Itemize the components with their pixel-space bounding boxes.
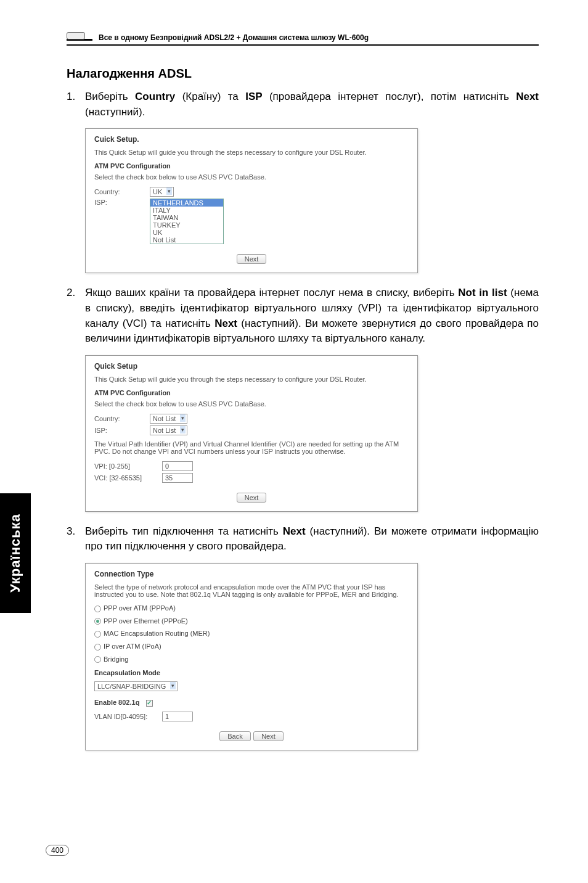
encap-select[interactable]: LLC/SNAP-BRIDGING (94, 681, 178, 691)
enable-checkbox[interactable] (146, 700, 153, 707)
encap-label: Encapsulation Mode (94, 669, 409, 676)
t-bold: Country (135, 91, 175, 102)
t-bold: Next (283, 525, 306, 537)
radio-label: PPP over ATM (PPPoA) (104, 604, 176, 612)
scr2-subhead: ATM PVC Configuration (94, 389, 409, 396)
vpi-input[interactable]: 0 (162, 461, 193, 471)
scr2-vpi-row: VPI: [0-255] 0 (94, 461, 409, 471)
screenshot-2: Quick Setup This Quick Setup will guide … (85, 355, 418, 512)
t: Якщо ваших країни та провайдера інтернет… (85, 287, 458, 298)
isp-option[interactable]: TURKEY (150, 221, 223, 229)
t: Виберіть тип підключення та натисніть (85, 525, 283, 537)
page-content: Налагодження ADSL 1. Виберіть Country (К… (67, 67, 539, 763)
step-2: 2. Якщо ваших країни та провайдера інтер… (67, 285, 539, 347)
scr1-isp-row: ISP: NETHERLANDS ITALY TAIWAN TURKEY UK … (94, 199, 409, 244)
scr3-btn-row: Back Next (94, 730, 409, 741)
step-number: 3. (67, 524, 85, 554)
country-label: Country: (94, 188, 150, 195)
scr1-select-text: Select the check box below to use ASUS P… (94, 173, 409, 181)
scr2-country-row: Country: Not List (94, 414, 409, 424)
vci-input[interactable]: 35 (162, 473, 193, 483)
back-button[interactable]: Back (219, 731, 250, 741)
step-1: 1. Виберіть Country (Країну) та ISP (про… (67, 89, 539, 120)
t-bold: Next (214, 318, 237, 329)
section-title: Налагодження ADSL (67, 67, 539, 81)
step-number: 1. (67, 89, 85, 120)
t: (наступний). (85, 106, 145, 118)
next-button[interactable]: Next (253, 731, 284, 741)
t-bold: ISP (245, 91, 262, 102)
scr2-desc: This Quick Setup will guide you through … (94, 376, 409, 383)
t: Виберіть (85, 91, 135, 102)
router-icon (67, 30, 92, 41)
vlan-row: VLAN ID[0-4095]: 1 (94, 712, 409, 721)
radio-bridging[interactable]: Bridging (94, 655, 409, 663)
next-button[interactable]: Next (237, 254, 267, 264)
radio-pppoe[interactable]: PPP over Ethernet (PPPoE) (94, 617, 409, 625)
isp-option[interactable]: NETHERLANDS (150, 199, 223, 207)
scr2-isp-row: ISP: Not List (94, 425, 409, 435)
scr3-title: Connection Type (94, 570, 409, 578)
scr2-vci-row: VCI: [32-65535] 35 (94, 473, 409, 483)
scr2-vpi-text: The Virtual Path Identifier (VPI) and Vi… (94, 440, 409, 455)
step-text: Якщо ваших країни та провайдера інтернет… (85, 285, 539, 347)
vlan-input[interactable]: 1 (162, 712, 193, 721)
radio-icon (94, 656, 101, 663)
t: (Країну) та (175, 91, 245, 102)
radio-icon (94, 631, 101, 638)
step-3: 3. Виберіть тип підключення та натисніть… (67, 524, 539, 554)
scr1-title: Cuick Setup. (94, 135, 409, 144)
scr2-select-text: Select the check box below to use ASUS P… (94, 400, 409, 408)
isp-listbox[interactable]: NETHERLANDS ITALY TAIWAN TURKEY UK Not L… (150, 199, 224, 244)
scr2-btn-row: Next (94, 491, 409, 503)
step-number: 2. (67, 285, 85, 347)
screenshot-1: Cuick Setup. This Quick Setup will guide… (85, 128, 418, 273)
t-bold: Not in list (458, 287, 507, 298)
radio-icon (94, 644, 101, 651)
next-button[interactable]: Next (237, 493, 267, 503)
scr2-title: Quick Setup (94, 362, 409, 371)
header-text: Все в одному Безпровідний ADSL2/2 + Дома… (99, 33, 369, 42)
page-number: 400 (46, 845, 69, 856)
scr1-country-row: Country: UK (94, 187, 409, 197)
scr1-btn-row: Next (94, 253, 409, 264)
enable-8021q-row: Enable 802.1q (94, 699, 409, 707)
country-select[interactable]: Not List (150, 414, 187, 424)
scr1-subhead: ATM PVC Configuration (94, 162, 409, 170)
radio-pppoa[interactable]: PPP over ATM (PPPoA) (94, 604, 409, 612)
isp-option[interactable]: ITALY (150, 207, 223, 214)
t-bold: Next (516, 91, 539, 102)
step-text: Виберіть тип підключення та натисніть Ne… (85, 524, 539, 554)
isp-label: ISP: (94, 427, 150, 434)
radio-icon (94, 618, 101, 625)
scr1-desc: This Quick Setup will guide you through … (94, 149, 409, 156)
radio-label: MAC Encapsulation Routing (MER) (104, 630, 210, 637)
radio-label: Bridging (104, 655, 128, 663)
radio-ipoa[interactable]: IP over ATM (IPoA) (94, 643, 409, 651)
vci-label: VCI: [32-65535] (94, 474, 162, 482)
scr3-desc: Select the type of network protocol and … (94, 583, 409, 598)
isp-option[interactable]: Not List (150, 236, 223, 244)
t: (провайдера інтернет послуг), потім нати… (263, 91, 517, 102)
radio-label: PPP over Ethernet (PPPoE) (104, 617, 188, 625)
vpi-label: VPI: [0-255] (94, 462, 162, 470)
isp-option[interactable]: UK (150, 229, 223, 236)
screenshot-3: Connection Type Select the type of netwo… (85, 563, 418, 750)
isp-select[interactable]: Not List (150, 425, 187, 435)
radio-mer[interactable]: MAC Encapsulation Routing (MER) (94, 630, 409, 638)
radio-icon (94, 606, 101, 612)
step-text: Виберіть Country (Країну) та ISP (провай… (85, 89, 539, 120)
radio-label: IP over ATM (IPoA) (104, 643, 161, 650)
vlan-label: VLAN ID[0-4095]: (94, 713, 162, 720)
isp-option[interactable]: TAIWAN (150, 214, 223, 221)
country-label: Country: (94, 415, 150, 422)
isp-label: ISP: (94, 199, 150, 206)
country-select[interactable]: UK (150, 187, 174, 197)
enable-label: Enable 802.1q (94, 699, 139, 706)
header-divider (67, 44, 539, 46)
language-tab: Українська (0, 493, 31, 613)
